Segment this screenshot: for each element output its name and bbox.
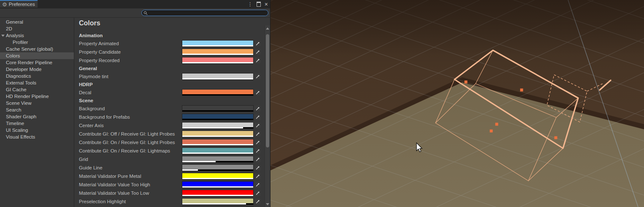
eyedropper-icon [255,90,260,95]
sidebar-item-gi-cache[interactable]: GI Cache [0,86,74,93]
sidebar-item-core-render-pipeline[interactable]: Core Render Pipeline [0,59,74,66]
sidebar-item-cache-server-global-[interactable]: Cache Server (global) [0,46,74,52]
eyedropper-icon [255,123,260,128]
eyedropper-button[interactable] [254,139,261,145]
color-label: Material Validator Value Too Low [79,191,182,196]
sidebar-item-diagnostics[interactable]: Diagnostics [0,73,74,79]
tab-preferences[interactable]: ⚙ Preferences [0,0,38,8]
search-input[interactable] [149,11,266,16]
eyedropper-button[interactable] [254,182,261,188]
color-label: Contribute GI: On / Receive GI: Light Pr… [79,140,182,145]
color-label: Preselection Highlight [79,199,182,204]
color-swatch[interactable] [182,41,253,46]
eyedropper-icon [255,174,260,179]
color-row: Guide Line [79,163,261,172]
sidebar-item-general[interactable]: General [0,19,74,25]
eyedropper-button[interactable] [254,148,261,154]
color-swatch[interactable] [182,90,253,95]
eyedropper-button[interactable] [254,190,261,196]
window-menu-icon[interactable]: ⋮ [248,2,253,7]
color-row: Property Candidate [79,48,261,56]
titlebar: ⚙ Preferences ⋮ × [0,0,270,8]
color-row: Contribute GI: On / Receive GI: Lightmap… [79,147,261,155]
eyedropper-icon [255,157,260,162]
sidebar-item-colors[interactable]: Colors [0,52,74,59]
eyedropper-icon [255,191,260,196]
eyedropper-button[interactable] [254,106,261,112]
scroll-down-icon[interactable] [266,203,269,205]
eyedropper-button[interactable] [254,199,261,204]
eyedropper-button[interactable] [254,41,261,46]
eyedropper-icon [255,165,260,170]
search-box[interactable] [141,10,268,16]
eyedropper-button[interactable] [254,173,261,179]
sidebar-item-developer-mode[interactable]: Developer Mode [0,66,74,73]
eyedropper-icon [255,41,260,46]
sidebar-item-hd-render-pipeline[interactable]: HD Render Pipeline [0,93,74,100]
color-swatch[interactable] [182,199,253,204]
color-label: Playmode tint [79,74,182,79]
eyedropper-icon [255,148,260,153]
section-header: HDRP [79,81,261,88]
color-label: Material Validator Value Too High [79,182,182,187]
color-swatch[interactable] [182,165,253,171]
eyedropper-button[interactable] [254,123,261,128]
eyedropper-button[interactable] [254,131,261,137]
eyedropper-icon [255,182,260,187]
color-swatch[interactable] [182,114,253,120]
color-swatch[interactable] [182,173,253,179]
section-header: General [79,65,261,72]
color-label: Property Recorded [79,58,182,63]
eyedropper-button[interactable] [254,114,261,120]
eyedropper-button[interactable] [254,57,261,63]
color-swatch[interactable] [182,74,253,79]
color-swatch[interactable] [182,123,253,128]
eyedropper-button[interactable] [254,74,261,79]
color-swatch[interactable] [182,57,253,63]
sidebar-item-scene-view[interactable]: Scene View [0,100,74,106]
color-swatch[interactable] [182,131,253,137]
chevron-down-icon[interactable] [1,35,5,37]
eyedropper-icon [255,106,260,111]
eyedropper-icon [255,58,260,63]
sidebar-item-timeline[interactable]: Timeline [0,120,74,127]
sidebar-item-shader-graph[interactable]: Shader Graph [0,113,74,120]
color-swatch[interactable] [182,139,253,145]
color-row: Center Axis [79,121,261,130]
scrollbar-thumb[interactable] [266,34,269,147]
eyedropper-button[interactable] [254,165,261,171]
sidebar-item-visual-effects[interactable]: Visual Effects [0,133,74,140]
color-swatch[interactable] [182,148,253,154]
color-swatch[interactable] [182,182,253,188]
color-swatch[interactable] [182,49,253,55]
maximize-icon[interactable] [257,2,261,7]
color-label: Property Candidate [79,49,182,54]
color-swatch[interactable] [182,190,253,196]
color-row: Grid [79,155,261,163]
color-label: Background [79,106,182,111]
color-label: Contribute GI: Off / Receive GI: Light P… [79,131,182,136]
section-header: Animation [79,32,261,39]
color-swatch[interactable] [182,156,253,162]
horizon-fade [253,0,644,55]
color-row: Material Validator Value Too Low [79,189,261,197]
color-swatch[interactable] [182,106,253,112]
sidebar-item-2d[interactable]: 2D [0,25,74,32]
sidebar-item-external-tools[interactable]: External Tools [0,79,74,86]
color-row: Contribute GI: Off / Receive GI: Light P… [79,130,261,138]
eyedropper-button[interactable] [254,156,261,162]
sidebar-item-search[interactable]: Search [0,106,74,113]
color-row: Decal [79,88,261,97]
close-icon[interactable]: × [265,1,268,7]
color-label: Center Axis [79,123,182,128]
sidebar-item-profiler[interactable]: Profiler [0,39,74,46]
eyedropper-button[interactable] [254,49,261,55]
scroll-up-icon[interactable] [266,27,269,30]
sidebar-item-analysis[interactable]: Analysis [0,32,74,39]
scrollbar[interactable] [265,25,270,207]
color-label: Material Validator Pure Metal [79,174,182,179]
eyedropper-button[interactable] [254,90,261,95]
color-row: Material Validator Value Too High [79,180,261,189]
color-label: Background for Prefabs [79,114,182,120]
sidebar-item-ui-scaling[interactable]: UI Scaling [0,127,74,133]
